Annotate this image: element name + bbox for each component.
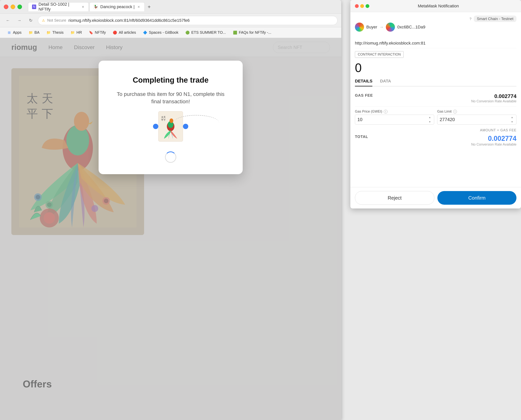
bookmark-all-articles[interactable]: 🔴 All articles [110,29,139,36]
traffic-lights [4,5,22,9]
mm-from-label: Buyer [366,25,377,30]
mm-gas-fee-label: GAS FEE [355,93,373,98]
mm-traffic-lights [355,4,369,8]
title-bar: N Detail SO-1002 | NFTify ✕ 🦆 Dancing pe… [0,0,341,14]
mm-total-label: TOTAL [355,135,368,139]
mm-gas-limit-down[interactable]: ▼ [510,120,514,124]
mm-gas-fee-row: GAS FEE 0.002774 No Conversion Rate Avai… [355,90,516,106]
bookmarks-bar: ⊞ Apps 📁 BA 📁 Thesis 📁 HR 🔖 NFTify 🔴 All… [0,27,341,38]
url-text: riomug.nftify.ekoiosblock.com:81/nft/60d… [68,18,189,23]
mm-gas-price-field[interactable]: 10 ▲ ▼ [355,115,434,125]
mm-from-avatar [355,22,364,32]
mm-minimize-button[interactable] [360,4,364,8]
svg-text:太天: 太天 [161,116,166,119]
tab-2-title: Dancing peacock | [100,4,135,9]
mm-help-icon: ? [469,17,471,21]
tab-2[interactable]: 🦆 Dancing peacock | ✕ [90,2,145,11]
mm-gas-price-group: Gas Price (GWEI) i 10 ▲ ▼ [355,110,434,125]
mm-body: ? Smart Chain - Testnet Buyer → 0xc6BC..… [350,12,521,187]
hr-folder-icon: 📁 [70,30,75,35]
mm-close-button[interactable] [355,4,359,8]
mm-footer: Reject Confirm [350,187,521,209]
trade-animation: 太天 平下 [133,111,209,142]
bookmark-hr[interactable]: 📁 HR [67,29,85,36]
mm-amount: 0 [355,61,516,75]
confirm-button[interactable]: Confirm [437,191,516,205]
modal-subtitle: To purchase this item for 90 N1, complet… [114,90,227,105]
browser-window: N Detail SO-1002 | NFTify ✕ 🦆 Dancing pe… [0,0,341,420]
mm-tabs: DETAILS DATA [355,79,516,86]
bookmark-spaces-gitbook-label: Spaces - GitBook [149,30,178,35]
bookmark-all-articles-label: All articles [119,30,136,35]
bookmark-nftify[interactable]: 🔖 NFTify [86,29,109,36]
bookmark-ets-summer[interactable]: 🟢 ETS SUMMER TO... [182,29,229,36]
mm-gas-price-up[interactable]: ▲ [428,115,432,119]
mm-to-avatar [386,22,395,32]
svg-point-21 [169,119,173,123]
bookmark-apps[interactable]: ⊞ Apps [4,29,25,36]
mm-total-row: TOTAL 0.002774 No Conversion Rate Availa… [355,133,516,148]
reject-button[interactable]: Reject [355,191,434,205]
address-input[interactable]: ⚠ Not Secure riomug.nftify.ekoiosblock.c… [38,16,338,25]
bookmark-thesis-label: Thesis [52,30,63,35]
bookmark-faqs-nftify[interactable]: 🟩 FAQs for NFTify -... [230,29,274,36]
mm-gas-limit-group: Gas Limit i 277420 ▲ ▼ [437,110,516,125]
back-button[interactable]: ← [4,16,12,25]
mm-gas-limit-spinner[interactable]: ▲ ▼ [510,115,514,124]
mm-network-label: Smart Chain - Testnet [474,15,516,22]
mm-account-row: Buyer → 0xc6BC...1Da9 [355,22,516,35]
mm-gas-limit-up[interactable]: ▲ [510,115,514,119]
all-articles-icon: 🔴 [113,30,117,35]
bookmark-thesis[interactable]: 📁 Thesis [43,29,67,36]
new-tab-button[interactable]: + [145,3,153,11]
spaces-gitbook-icon: 🔷 [143,30,147,35]
tab-2-close[interactable]: ✕ [137,5,141,9]
mm-maximize-button[interactable] [366,4,369,8]
modal-title: Completing the trade [133,76,209,84]
tab-1-favicon: N [32,5,36,9]
mm-gas-fee-value: 0.002774 [471,93,516,99]
metamask-panel: MetaMask Notification ? Smart Chain - Te… [350,0,521,209]
svg-text:平下: 平下 [161,119,166,121]
mm-gas-limit-info[interactable]: i [453,110,457,113]
mm-gas-price-spinner[interactable]: ▲ ▼ [428,115,432,124]
bookmark-apps-label: Apps [13,30,22,35]
mm-gas-price-info[interactable]: i [384,110,387,113]
security-icon: ⚠ [42,18,45,22]
mm-gas-limit-field[interactable]: 277420 ▲ ▼ [437,115,516,125]
mm-total-values: 0.002774 No Conversion Rate Available [471,135,516,147]
bookmark-ba[interactable]: 📁 BA [25,29,43,36]
mm-gas-fee-values: 0.002774 No Conversion Rate Available [471,93,516,103]
mm-gas-price-down[interactable]: ▼ [428,120,432,124]
mm-url: http://riomug.nftify.ekoiosblock.com:81 [355,38,516,48]
tab-bar: N Detail SO-1002 | NFTify ✕ 🦆 Dancing pe… [28,2,338,11]
mm-transfer-arrow: → [379,25,384,30]
apps-icon: ⊞ [7,30,11,35]
mm-contract-badge: CONTRACT INTERACTION [355,51,404,58]
website-content: riomug Home Discover History Search NFT … [0,38,341,420]
tab-1-close[interactable]: ✕ [81,5,85,9]
modal-overlay: Completing the trade To purchase this it… [0,38,341,420]
address-bar: ← → ↻ ⚠ Not Secure riomug.nftify.ekoiosb… [0,14,341,27]
forward-button[interactable]: → [15,16,23,25]
minimize-button[interactable] [11,5,15,9]
mm-gas-fee-note: No Conversion Rate Available [471,99,516,103]
tab-2-favicon: 🦆 [93,5,98,9]
bookmark-ets-summer-label: ETS SUMMER TO... [191,30,226,35]
mm-gas-price-value: 10 [357,117,362,122]
mm-input-row: Gas Price (GWEI) i 10 ▲ ▼ Gas Limit i [355,110,516,125]
maximize-button[interactable] [17,5,22,9]
tab-1[interactable]: N Detail SO-1002 | NFTify ✕ [28,2,89,11]
security-label: Not Secure [47,18,66,22]
bookmark-faqs-nftify-label: FAQs for NFTify -... [239,30,271,35]
ets-summer-icon: 🟢 [185,30,190,35]
bookmark-spaces-gitbook[interactable]: 🔷 Spaces - GitBook [140,29,181,36]
mm-tab-details[interactable]: DETAILS [355,79,372,86]
mm-title-bar: MetaMask Notification [350,0,521,12]
mm-tab-data[interactable]: DATA [380,79,391,86]
refresh-button[interactable]: ↻ [27,16,35,25]
tab-1-title: Detail SO-1002 | NFTify [38,2,79,12]
close-button[interactable] [4,5,8,9]
mm-gas-limit-label: Gas Limit i [437,110,516,113]
arc-connector [174,115,219,130]
